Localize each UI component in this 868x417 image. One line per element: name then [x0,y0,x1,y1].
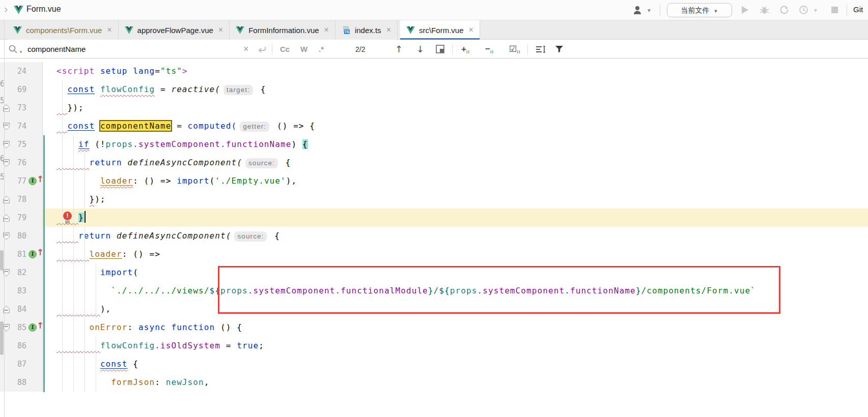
add-occurrence-button[interactable]: +II [461,40,470,58]
code-line-content[interactable]: <script setup lang="ts"> [43,62,868,80]
code-text[interactable]: ), [57,304,111,314]
code-line-content[interactable]: loader: () => [43,245,868,263]
code-text[interactable]: loader: () => [57,249,160,259]
code-line-75[interactable]: 75 if (!props.systemComponent.functionNa… [0,135,868,154]
code-text[interactable]: const componentName = computed(getter: (… [57,121,315,131]
code-text[interactable]: flowConfig.isOldSystem = true; [57,341,264,350]
close-icon[interactable]: × [106,25,113,35]
tab-form-information-vue[interactable]: FormInformation.vue × [230,20,335,40]
code-line-76[interactable]: 76 return defineAsyncComponent(source: { [0,154,868,172]
user-icon[interactable] [633,5,644,15]
code-line-content[interactable]: }); [43,99,868,117]
git-menu-label[interactable]: Git [853,5,863,14]
code-text[interactable]: import( [57,267,138,277]
code-line-69[interactable]: 69 const flowConfig = reactive(target: { [0,80,868,99]
gutter-info-icon[interactable]: I↑ [29,176,43,186]
previous-match-icon[interactable]: ↑ [395,40,403,58]
code-line-85[interactable]: 85I↑ onError: async function () { [0,318,868,337]
code-text[interactable]: return defineAsyncComponent(source: { [57,158,291,167]
code-text[interactable]: const { [57,359,138,369]
code-line-content[interactable]: }); [43,190,868,208]
gutter[interactable]: 77I↑ [0,172,43,190]
debug-icon[interactable] [760,5,769,15]
code-text[interactable]: }); [57,103,84,112]
code-line-content[interactable]: const componentName = computed(getter: (… [43,117,868,135]
code-line-78[interactable]: 78 }); [0,190,868,208]
scrollbar-thumb[interactable] [0,321,4,355]
code-line-81[interactable]: 81I↑ loader: () => [0,245,868,263]
tab-index-ts[interactable]: TS index.ts × [335,20,398,40]
code-line-content[interactable]: ! } [43,208,868,227]
remove-occurrence-button[interactable]: −II [485,40,494,58]
code-line-74[interactable]: 74 const componentName = computed(getter… [0,117,868,135]
breadcrumb-chevron-icon[interactable]: › [4,3,8,16]
coverage-icon[interactable] [779,5,789,15]
gutter-info-icon[interactable]: I↑ [29,250,43,259]
code-editor[interactable]: 24<script setup lang="ts">69 const flowC… [0,58,868,417]
left-edge-divider [4,20,5,417]
close-icon[interactable]: × [323,25,330,35]
breadcrumb-file-title[interactable]: Form.vue [26,5,61,14]
next-match-icon[interactable]: ↓ [416,40,424,58]
code-token: flowConfig [100,341,155,350]
code-text[interactable]: const flowConfig = reactive(target: { [57,84,266,94]
gutter-info-icon[interactable]: I↑ [29,323,43,332]
stop-icon[interactable] [831,7,838,13]
code-line-content[interactable]: onError: async function () { [43,318,868,337]
code-line-80[interactable]: 80 return defineAsyncComponent(source: { [0,227,868,245]
gutter[interactable]: 87 [0,355,43,373]
match-case-toggle[interactable]: Cc [280,40,290,58]
code-line-content[interactable]: return defineAsyncComponent(source: { [43,227,868,245]
whole-words-toggle[interactable]: W [300,40,307,58]
code-line-content[interactable]: return defineAsyncComponent(source: { [43,154,868,172]
code-line-87[interactable]: 87 const { [0,355,868,373]
code-line-88[interactable]: 88 formJson: newJson, [0,373,868,392]
profiler-caret-icon[interactable]: ▼ [813,8,818,13]
search-icon[interactable] [8,40,18,58]
newline-icon[interactable] [258,40,267,58]
gutter[interactable]: 69 [0,80,43,99]
code-text[interactable]: if (!props.systemComponent.functionName)… [57,139,308,149]
code-line-content[interactable]: formJson: newJson, [43,373,868,392]
error-bulb-icon[interactable]: ! [63,212,72,223]
close-icon[interactable]: × [467,25,474,35]
vcs-change-stripe[interactable] [43,135,45,392]
preserve-case-icon[interactable] [536,40,546,58]
code-line-content[interactable]: const { [43,355,868,373]
code-text[interactable]: return defineAsyncComponent(source: { [57,231,280,241]
tab-components-form-vue[interactable]: components\Form.vue × [7,20,119,40]
close-icon[interactable]: × [217,25,224,35]
code-line-content[interactable]: flowConfig.isOldSystem = true; [43,337,868,355]
code-line-79[interactable]: 79! } [0,208,868,227]
select-all-occurrences-button[interactable]: ☑II [509,40,520,58]
clear-search-icon[interactable]: × [243,40,249,58]
gutter[interactable]: 81I↑ [0,245,43,263]
code-text[interactable]: loader: () => import('./Empty.vue'), [57,176,297,186]
code-line-86[interactable]: 86 flowConfig.isOldSystem = true; [0,337,868,355]
filter-icon[interactable] [555,40,564,58]
code-line-73[interactable]: 73 }); [0,99,868,117]
search-in-selection-icon[interactable] [436,40,444,58]
close-icon[interactable]: × [385,25,392,35]
run-icon[interactable] [741,6,749,14]
regex-toggle[interactable]: .* [319,40,324,58]
code-line-content[interactable]: loader: () => import('./Empty.vue'), [43,172,868,190]
code-text[interactable]: }); [57,194,106,204]
code-line-77[interactable]: 77I↑ loader: () => import('./Empty.vue')… [0,172,868,190]
search-input[interactable]: componentName [27,40,86,58]
tab-src-form-vue[interactable]: src\Form.vue × [400,20,480,40]
tab-approve-flow-page-vue[interactable]: approveFlowPage.vue × [119,20,230,40]
user-dropdown-caret-icon[interactable]: ▼ [647,8,652,13]
code-line-content[interactable]: const flowConfig = reactive(target: { [43,80,868,99]
profiler-icon[interactable] [799,5,808,15]
run-config-selector[interactable]: 当前文件▼ [667,3,732,17]
gutter[interactable]: 24 [0,62,43,80]
gutter[interactable]: 88 [0,373,43,392]
gutter[interactable]: 83 [0,282,43,300]
code-text[interactable]: formJson: newJson, [57,377,210,387]
gutter[interactable]: 86 [0,337,43,355]
scrollbar-thumb[interactable] [0,250,4,271]
code-text[interactable]: <script setup lang="ts"> [57,66,188,76]
code-line-24[interactable]: 24<script setup lang="ts"> [0,62,868,80]
code-line-content[interactable]: if (!props.systemComponent.functionName)… [43,135,868,154]
